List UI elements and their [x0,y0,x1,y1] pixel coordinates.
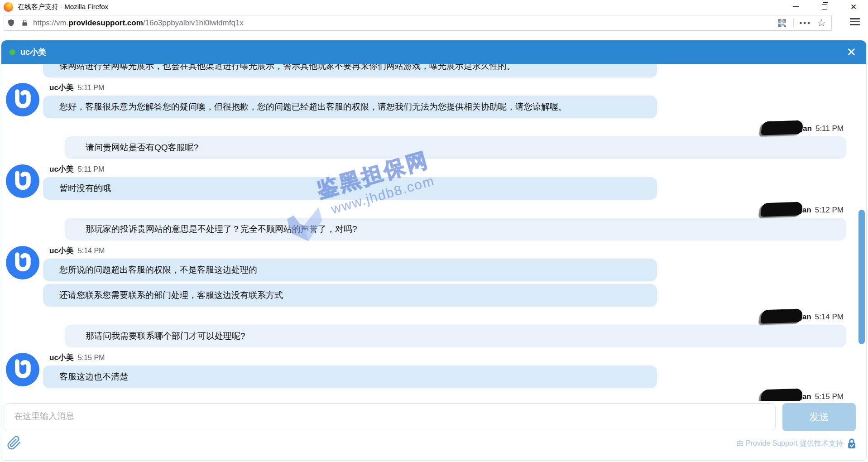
message-timestamp: 5:14 PM [78,247,105,255]
browser-toolbar: https://vm.providesupport.com/16o3ppbyal… [0,14,868,33]
agent-message-bubble: 暂时没有的哦 [43,177,657,200]
visitor-message-bubble: 那玩家的投诉贵网站的意思是不处理了？完全不顾网站的声誉了，对吗? [65,218,846,241]
agent-message-bubble: 还请您联系您需要联系的部门处理，客服这边没有联系方式 [43,284,657,307]
visitor-message-group: dinghaigan5:12 PM那玩家的投诉贵网站的意思是不处理了？完全不顾网… [1,205,866,241]
url-text: https://vm.providesupport.com/16o3ppbyal… [33,19,244,28]
agent-avatar-uc-icon [6,83,39,116]
message-timestamp: 5:15 PM [815,392,844,401]
agent-message-bubble: 您所说的问题超出客服的权限，不是客服这边处理的 [43,259,657,281]
redaction-scribble [760,308,803,323]
agent-name: uc小美 [49,165,74,173]
url-bar[interactable]: https://vm.providesupport.com/16o3ppbyal… [4,15,832,31]
url-domain: providesupport.com [68,19,143,27]
visitor-message-bubble: 那请问我需要联系哪个部门才可以处理呢? [65,325,846,347]
menu-hamburger-icon[interactable] [850,18,860,25]
visitor-message-group: dinghaigan5:14 PM那请问我需要联系哪个部门才可以处理呢? [1,312,866,347]
agent-message-bubble: 您好，客服很乐意为您解答您的疑问噢，但很抱歉，您的问题已经超出客服的权限，请恕我… [43,96,657,118]
redacted-visitor-name: dinghaigan [770,312,811,322]
bookmark-star-icon[interactable]: ☆ [817,17,826,29]
qr-code-icon[interactable] [775,19,789,28]
message-timestamp: 5:11 PM [78,84,104,91]
restore-button[interactable] [810,0,839,14]
window-title: 在线客户支持 - Mozilla Firefox [18,3,108,11]
redacted-visitor-name: dinghaigan [770,205,811,215]
message-timestamp: 5:11 PM [815,124,844,133]
page-actions-icon[interactable]: ••• [798,19,812,28]
visitor-message-group: dinghaigan5:11 PM请问贵网站是否有QQ客服呢? [1,124,866,159]
firefox-window: 在线客户支持 - Mozilla Firefox ✕ https://vm.pr… [0,0,868,462]
agent-name: uc小美 [49,246,74,255]
window-titlebar: 在线客户支持 - Mozilla Firefox ✕ [0,0,868,14]
chat-header: uc小美 ✕ [1,40,866,64]
agent-avatar-uc-icon [6,164,39,198]
window-close-button[interactable]: ✕ [839,0,868,14]
chat-widget: uc小美 ✕ 保网站进行全网曝光展示，也会在其他渠道进行曝光展示，警示其他玩家不… [1,40,867,461]
agent-message-meta: uc小美5:11 PM [43,164,866,174]
redaction-scribble [761,120,804,135]
attach-file-button[interactable] [6,435,22,452]
toolbar-separator [793,19,794,28]
agent-message-group: 保网站进行全网曝光展示，也会在其他渠道进行曝光展示，警示其他玩家不要再来你们网站… [1,64,866,77]
agent-message-group: uc小美5:11 PM暂时没有的哦 [1,164,866,200]
agent-name: uc小美 [49,83,74,92]
message-timestamp: 5:14 PM [815,313,844,321]
agent-name: uc小美 [49,353,74,362]
agent-avatar-uc-icon [6,246,39,279]
padlock-icon[interactable] [18,19,31,27]
visitor-message-meta: dinghaigan5:15 PM [1,392,866,401]
agent-message-group: uc小美5:15 PM客服这边也不清楚 [1,353,866,388]
powered-by-label: 由 Provide Support 提供技术支持 [736,439,843,448]
agent-message-group: uc小美5:11 PM您好，客服很乐意为您解答您的疑问噢，但很抱歉，您的问题已经… [1,83,866,118]
visitor-message-meta: dinghaigan5:14 PM [1,312,866,322]
agent-message-meta: uc小美5:11 PM [43,83,866,93]
agent-message-meta: uc小美5:14 PM [43,246,866,256]
redacted-visitor-name: dinghaigan [770,392,811,401]
chat-close-button[interactable]: ✕ [846,46,856,58]
chat-agent-name: uc小美 [20,47,46,58]
redaction-scribble [760,202,803,217]
visitor-message-meta: dinghaigan5:12 PM [1,205,866,215]
message-list: 保网站进行全网曝光展示，也会在其他渠道进行曝光展示，警示其他玩家不要再来你们网站… [1,64,866,401]
tracking-shield-icon[interactable] [4,19,18,27]
agent-avatar-uc-icon [6,353,39,386]
firefox-icon [4,2,13,12]
agent-message-bubble: 保网站进行全网曝光展示，也会在其他渠道进行曝光展示，警示其他玩家不要再来你们网站… [43,64,657,77]
redaction-scribble [760,388,803,401]
agent-message-meta: uc小美5:15 PM [43,353,866,363]
agent-message-bubble: 客服这边也不清楚 [43,366,657,388]
message-timestamp: 5:15 PM [78,354,105,361]
visitor-message-meta: dinghaigan5:11 PM [1,124,866,134]
window-controls: ✕ [781,0,868,14]
chat-scrollbar-thumb[interactable] [858,210,865,344]
agent-message-group: uc小美5:14 PM您所说的问题超出客服的权限，不是客服这边处理的还请您联系您… [1,246,866,307]
visitor-message-group: dinghaigan5:15 PM [1,392,866,401]
secure-lock-icon [847,438,857,449]
message-input[interactable] [4,403,776,431]
redacted-visitor-name: dinghaigan [771,124,812,134]
powered-by-link[interactable]: 由 Provide Support 提供技术支持 [736,438,857,449]
message-timestamp: 5:11 PM [78,165,104,173]
online-status-dot [10,49,15,55]
message-timestamp: 5:12 PM [815,206,844,214]
send-button[interactable]: 发送 [782,403,856,431]
minimize-button[interactable] [781,0,810,14]
visitor-message-bubble: 请问贵网站是否有QQ客服呢? [65,136,846,159]
